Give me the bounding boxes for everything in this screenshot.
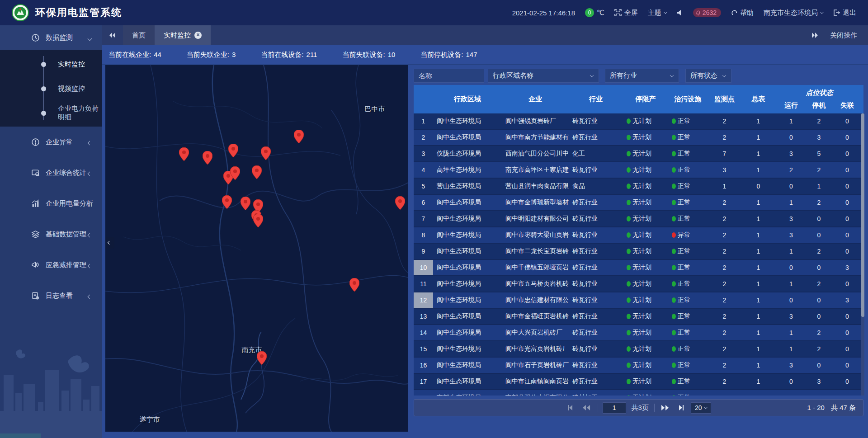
map-pin-icon[interactable] [222,195,232,209]
map-pin-icon[interactable] [349,278,359,292]
status-filter-select[interactable]: 所有状态 [685,69,731,83]
layers-icon [31,230,40,239]
map-pin-icon[interactable] [179,147,189,161]
theme-dropdown[interactable]: 主题 [648,9,667,17]
logout-button[interactable]: 退出 [833,9,856,17]
prev-page-button[interactable] [581,403,591,413]
status-dot-icon [672,363,676,368]
table-row[interactable]: 10 阆中生态环境局 阆中千佛镇五郎垭页岩 砖瓦行业 无计划 正常 2 1 0 … [414,260,863,276]
chevron-down-icon [722,73,726,77]
sidebar-item-base-data[interactable]: 基础数据管理 [0,219,102,250]
table-scrollbar[interactable] [861,113,864,396]
first-page-button[interactable] [566,403,576,413]
map-pin-icon[interactable] [395,196,405,210]
page-number-input[interactable] [603,402,626,414]
sidebar-item-log-view[interactable]: 日志查看 [0,280,102,311]
table-row[interactable]: 9 阆中生态环境局 阆中市二龙长宝页岩砖 砖瓦行业 无计划 正常 2 1 1 2… [414,244,863,260]
map-collapse-toggle[interactable] [105,237,114,249]
help-label: 帮助 [740,9,754,17]
org-dropdown[interactable]: 南充市生态环境局 [764,9,823,17]
temperature-badge: 0 [585,8,594,17]
table-row[interactable]: 5 营山生态环境局 营山县润丰肉食品有限 食品 无计划 正常 1 0 0 1 0 [414,179,863,195]
sound-mute-button[interactable] [677,9,683,16]
map-pin-icon[interactable] [203,151,212,165]
work-area: 巴中市南充市遂宁市 行政区域名称 所有行业 所有状态 [102,65,868,438]
chevron-left-icon [108,241,111,245]
sidebar-item-emergency-reduction[interactable]: 应急减排管理 [0,250,102,280]
map-pin-icon[interactable] [228,144,238,157]
region-filter-select[interactable]: 行政区域名称 [488,69,599,83]
map-pin-icon[interactable] [252,165,262,179]
status-dot-icon [627,200,631,205]
table-row[interactable]: 11 阆中生态环境局 阆中市五马桥页岩机砖 砖瓦行业 无计划 正常 2 1 1 … [414,276,863,292]
sidebar-item-power-load-detail[interactable]: 企业电力负荷明细 [0,105,102,121]
map-pin-icon[interactable] [257,351,267,365]
stat-online-devices: 当前在线设备: 211 [261,51,317,59]
next-page-button[interactable] [660,403,670,413]
table-row[interactable]: 15 阆中生态环境局 阆中市光富页岩机砖厂 砖瓦行业 无计划 正常 2 1 1 … [414,341,863,358]
tab-home[interactable]: 首页 [123,25,155,45]
chevron-left-icon [88,294,92,299]
table-row[interactable]: 8 阆中生态环境局 阆中市枣碧大梁山页岩 砖瓦行业 无计划 异常 2 1 3 0… [414,227,863,244]
status-dot-icon [672,151,676,156]
table-row[interactable]: 14 阆中生态环境局 阆中大兴页岩机砖厂 砖瓦行业 无计划 正常 2 1 1 2… [414,325,863,341]
table-row[interactable]: 17 阆中生态环境局 阆中市江南镇阆南页岩 砖瓦行业 无计划 正常 2 1 0 … [414,374,863,390]
stats-bar: 当前在线企业: 44 当前失联企业: 3 当前在线设备: 211 当前失联设备:… [102,45,868,65]
phone-icon [731,9,737,16]
table-row[interactable]: 16 阆中生态环境局 阆中市石子页岩机砖厂 砖瓦行业 无计划 正常 2 1 3 … [414,358,863,374]
map-pin-icon[interactable] [230,166,240,180]
industry-filter-select[interactable]: 所有行业 [605,69,679,83]
map-pin-icon[interactable] [294,130,304,143]
map-pin-icon[interactable] [253,214,263,227]
status-dot-icon [627,184,631,189]
table-row[interactable]: 13 阆中生态环境局 阆中市金福旺页岩机砖 砖瓦行业 无计划 正常 2 1 3 … [414,309,863,325]
notification-badge[interactable]: 2632 [693,8,721,17]
sidebar-subitem-label: 实时监控 [58,60,85,69]
table-row[interactable]: 4 高坪生态环境局 南充市高坪区王家店建 砖瓦行业 无计划 正常 3 1 2 2… [414,162,863,179]
sidebar-item-label: 企业综合统计 [46,169,86,177]
sidebar-item-video-monitor[interactable]: 视频监控 [0,81,102,96]
help-button[interactable]: 帮助 [731,9,754,17]
double-chevron-right-icon[interactable] [811,33,818,38]
map-pin-icon[interactable] [261,146,271,160]
sidebar-item-realtime-monitor[interactable]: 实时监控 [0,57,102,72]
status-dot-icon [627,330,631,335]
table-row[interactable]: 2 阆中生态环境局 阆中市南方节能建材有 砖瓦行业 无计划 正常 2 1 0 3… [414,130,863,146]
status-dot-icon [672,297,676,303]
sidebar-item-enterprise-abnormal[interactable]: 企业异常 [0,127,102,157]
table-row[interactable]: 1 阆中生态环境局 阆中强锐页岩砖厂 砖瓦行业 无计划 正常 2 1 1 2 0 [414,113,863,130]
scrollbar-thumb[interactable] [861,113,864,317]
stat-stopped-devices: 当前停机设备: 147 [420,51,477,59]
table-body: 1 阆中生态环境局 阆中强锐页岩砖厂 砖瓦行业 无计划 正常 2 1 1 2 0… [414,113,863,396]
table-row[interactable]: 7 阆中生态环境局 阆中明阳建材有限公司 砖瓦行业 无计划 正常 2 1 3 0… [414,211,863,227]
page-size-select[interactable]: 20 [691,402,712,414]
last-page-button[interactable] [675,403,685,413]
timeline-dot-icon [41,111,46,116]
sidebar-item-power-analysis[interactable]: 企业用电量分析 [0,188,102,219]
map-pin-icon[interactable] [241,197,250,210]
top-header-bar: 环保用电监管系统 2021-02-25 17:46:18 0 ℃ 全屏 主题 [0,0,868,25]
clock-icon [31,33,40,42]
status-dot-icon [672,118,676,124]
fullscreen-button[interactable]: 全屏 [614,9,638,17]
tabs-scroll-left-button[interactable] [102,25,123,45]
tab-realtime-monitor[interactable]: 实时监控 × [155,25,211,45]
sidebar-item-enterprise-statistics[interactable]: 企业综合统计 [0,157,102,188]
table-row[interactable]: 3 仪陇生态环境局 西南油气田分公司川中 化工 无计划 正常 7 1 3 5 0 [414,146,863,162]
chevron-down-icon [670,73,674,77]
col-header-limit: 停限产 [623,85,668,113]
map-panel[interactable]: 巴中市南充市遂宁市 [105,65,408,432]
exit-icon [833,9,840,16]
name-filter-field[interactable] [414,69,484,83]
table-row[interactable]: 18 南部生态环境局 南部县双佳水泥有限公 建材加工 无计划 正常 6 0 0 … [414,390,863,396]
pagination-controls: 共3页 20 [566,402,712,414]
stat-offline-enterprises: 当前失联企业: 3 [187,51,236,59]
city-skyline-watermark [0,343,102,438]
tab-close-icon[interactable]: × [194,32,202,39]
table-row[interactable]: 6 阆中生态环境局 阆中市金博瑞新型墙材 砖瓦行业 无计划 正常 2 1 1 2… [414,195,863,211]
divider [597,404,597,412]
close-operations-button[interactable]: 关闭操作 [830,31,857,40]
name-filter-input[interactable] [419,72,479,80]
sidebar-item-data-monitor[interactable]: 数据监测 [0,25,102,50]
table-row[interactable]: 12 阆中生态环境局 阆中市忠信建材有限公 砖瓦行业 无计划 正常 2 1 0 … [414,292,863,309]
